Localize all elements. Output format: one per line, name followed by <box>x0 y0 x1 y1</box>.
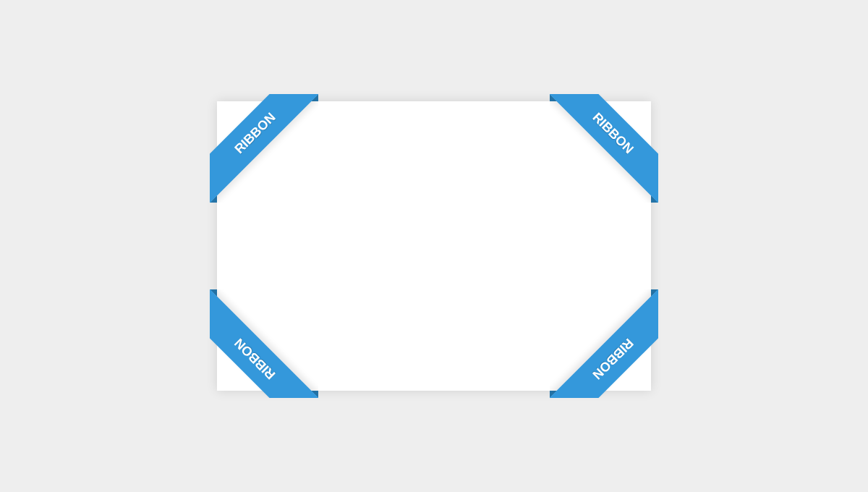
ribbon-label: ribbon <box>210 94 318 203</box>
ribbon-bottom-right: ribbon <box>550 289 658 398</box>
ribbon-top-left: ribbon <box>210 94 318 203</box>
ribbon-label: ribbon <box>550 289 658 398</box>
ribbon-bottom-left: ribbon <box>210 289 318 398</box>
card-box: ribbon ribbon ribbon ribbon <box>217 101 651 391</box>
ribbon-label: ribbon <box>210 289 318 398</box>
ribbon-label: ribbon <box>550 94 658 203</box>
ribbon-top-right: ribbon <box>550 94 658 203</box>
